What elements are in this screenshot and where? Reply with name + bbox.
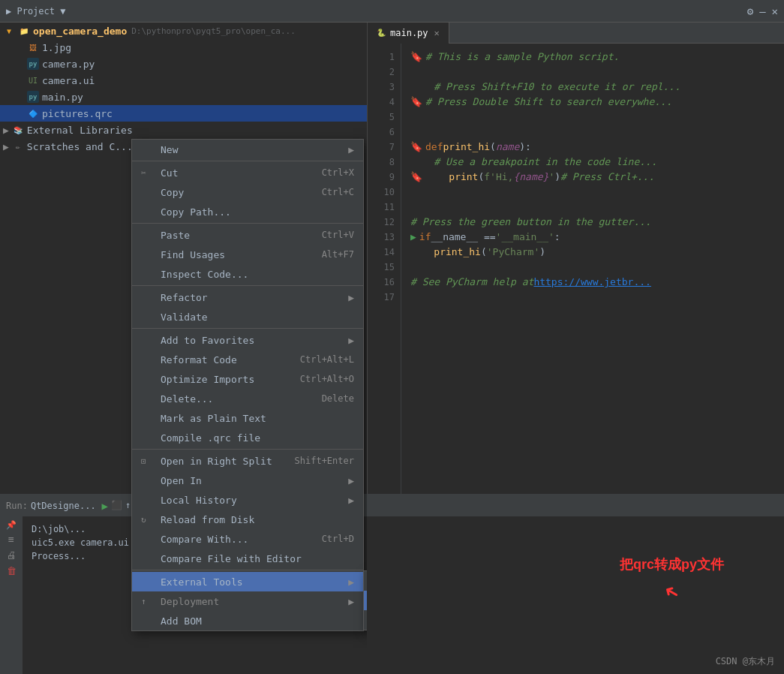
close-icon[interactable]: ✕	[772, 5, 778, 17]
menu-compare-with[interactable]: Compare With... Ctrl+D	[132, 529, 363, 549]
top-toolbar: ▶ Project ▼ ⚙ — ✕	[0, 0, 784, 23]
code-line-10	[410, 185, 775, 200]
line-num-10: 10	[368, 185, 401, 200]
cut-shortcut: Ctrl+X	[322, 167, 354, 178]
code-fstring-end: '	[548, 170, 554, 185]
code-dunder-name: __name__ ==	[431, 230, 495, 245]
cut-icon: ✂	[141, 168, 156, 178]
open-in-arrow-icon: ▶	[348, 475, 354, 486]
menu-open-right-split[interactable]: ⊡ Open in Right Split Shift+Enter	[132, 451, 363, 471]
new-arrow-icon: ▶	[348, 144, 354, 155]
line-num-2: 2	[368, 65, 401, 80]
code-colon-13: :	[554, 230, 560, 245]
menu-find-usages-label: Find Usages	[161, 249, 322, 260]
code-paren: (	[490, 140, 496, 155]
code-line-3: # Press Shift+F10 to execute it or repl.…	[410, 80, 775, 95]
menu-local-history[interactable]: Local History ▶	[132, 490, 363, 510]
terminal-process: Process...	[32, 551, 86, 561]
menu-add-bom[interactable]: Add BOM	[132, 611, 363, 630]
menu-paste[interactable]: Paste Ctrl+V	[132, 225, 363, 245]
menu-mark-plain[interactable]: Mark as Plain Text	[132, 408, 363, 428]
tab-main-py[interactable]: 🐍 main.py ✕	[368, 23, 449, 44]
run-label: Run:	[6, 501, 28, 511]
ui-file-icon: UI	[27, 74, 39, 86]
menu-open-in[interactable]: Open In ▶	[132, 471, 363, 490]
qrc-file-icon: 🔷	[27, 107, 39, 119]
minimize-icon[interactable]: —	[759, 5, 765, 17]
bottom-panel: Run: QtDesigne... ▶ ⬛ ↑ ↓ ≡ ⚙ 📌 ≡ 🖨 🗑	[0, 494, 784, 674]
menu-optimize-imports[interactable]: Optimize Imports Ctrl+Alt+O	[132, 369, 363, 389]
code-line-16: # See PyCharm help at https://www.jetbr.…	[410, 275, 775, 290]
tab-close-icon[interactable]: ✕	[434, 28, 440, 38]
project-folder-icon: 📁	[18, 25, 30, 37]
menu-deployment[interactable]: ↑ Deployment ▶	[132, 591, 363, 611]
file-pictures-qrc[interactable]: 🔷 pictures.qrc	[0, 105, 367, 122]
project-root[interactable]: ▼ 📁 open_camera_demo D:\pythonpro\pyqt5_…	[0, 23, 367, 39]
code-line-17	[410, 290, 775, 305]
tab-py-icon: 🐍	[377, 29, 386, 37]
run-play-button[interactable]: ▶	[102, 500, 108, 512]
bottom-panel-header: Run: QtDesigne... ▶ ⬛ ↑ ↓ ≡ ⚙	[0, 495, 784, 516]
jpg-file-icon: 🖼	[27, 41, 39, 53]
menu-compare-editor[interactable]: Compare File with Editor	[132, 549, 363, 568]
menu-add-favorites[interactable]: Add to Favorites ▶	[132, 330, 363, 350]
menu-add-bom-label: Add BOM	[161, 615, 354, 627]
divider-6	[132, 570, 363, 570]
code-comment-4: # Press Double Shift to search everywhe.…	[425, 95, 672, 110]
file-main-py[interactable]: py main.py	[0, 89, 367, 105]
panel-print-button[interactable]: 🖨	[7, 549, 17, 561]
line-num-4: 4	[368, 95, 401, 110]
panel-pin-button[interactable]: 📌	[7, 519, 17, 529]
line-num-8: 8	[368, 155, 401, 170]
file-camera-ui[interactable]: UI camera.ui	[0, 72, 367, 89]
code-line-5	[410, 110, 775, 125]
open-right-split-shortcut: Shift+Enter	[295, 456, 354, 466]
menu-deployment-label: Deployment	[161, 596, 342, 607]
menu-copy[interactable]: Copy Ctrl+C	[132, 182, 363, 202]
find-usages-shortcut: Alt+F7	[322, 249, 354, 260]
menu-compare-with-label: Compare With...	[161, 534, 322, 545]
editor-tabs: 🐍 main.py ✕	[368, 23, 784, 44]
menu-new[interactable]: New ▶	[132, 140, 363, 159]
editor-area: 🐍 main.py ✕ 1 2 3 4 5 6 7 8 9 10 11 12 1…	[368, 23, 784, 674]
code-fstring-var: {name}	[513, 170, 548, 185]
external-libraries[interactable]: ▶ 📚 External Libraries	[0, 122, 367, 138]
menu-refactor[interactable]: Refactor ▶	[132, 287, 363, 307]
menu-compile-qrc-label: Compile .qrc file	[161, 432, 354, 444]
file-jpg[interactable]: 🖼 1.jpg	[0, 39, 367, 56]
scratch-expand-icon: ▶	[3, 141, 9, 152]
favorites-arrow-icon: ▶	[348, 335, 354, 346]
line-num-15: 15	[368, 260, 401, 275]
code-comment-12: # Press the green button in the gutter..…	[410, 215, 651, 230]
run-stop-button[interactable]: ⬛	[111, 500, 122, 512]
settings-icon[interactable]: ⚙	[747, 5, 753, 17]
func-print: print	[449, 170, 478, 185]
deployment-arrow-icon: ▶	[348, 596, 354, 607]
menu-reformat[interactable]: Reformat Code Ctrl+Alt+L	[132, 350, 363, 369]
panel-clear-button[interactable]: 🗑	[7, 565, 17, 576]
file-camera-py-label: camera.py	[42, 59, 95, 70]
menu-reload[interactable]: ↻ Reload from Disk	[132, 510, 363, 529]
panel-filter-button[interactable]: ≡	[8, 534, 14, 545]
code-print-hi-open: (	[481, 245, 487, 260]
menu-copy-path[interactable]: Copy Path...	[132, 202, 363, 221]
panel-side-controls: 📌 ≡ 🖨 🗑	[0, 516, 23, 674]
code-line-11	[410, 200, 775, 215]
line-num-1: 1	[368, 50, 401, 65]
menu-mark-plain-label: Mark as Plain Text	[161, 413, 354, 424]
file-camera-py[interactable]: py camera.py	[0, 56, 367, 72]
menu-validate[interactable]: Validate	[132, 307, 363, 326]
func-call-print-hi: print_hi	[434, 245, 481, 260]
menu-compile-qrc[interactable]: Compile .qrc file	[132, 428, 363, 447]
menu-external-tools[interactable]: External Tools ▶ QtDesigner pyrcc pyuic5	[132, 572, 363, 591]
menu-external-tools-label: External Tools	[161, 576, 342, 588]
code-comment-1: # This is a sample Python script.	[425, 50, 619, 65]
menu-delete[interactable]: Delete... Delete	[132, 389, 363, 408]
menu-inspect-code[interactable]: Inspect Code...	[132, 264, 363, 284]
line-num-11: 11	[368, 200, 401, 215]
reformat-shortcut: Ctrl+Alt+L	[300, 354, 354, 365]
menu-find-usages[interactable]: Find Usages Alt+F7	[132, 245, 363, 264]
menu-cut[interactable]: ✂ Cut Ctrl+X	[132, 163, 363, 182]
scroll-up-button[interactable]: ↑	[125, 500, 131, 512]
code-indent-14	[410, 245, 434, 260]
